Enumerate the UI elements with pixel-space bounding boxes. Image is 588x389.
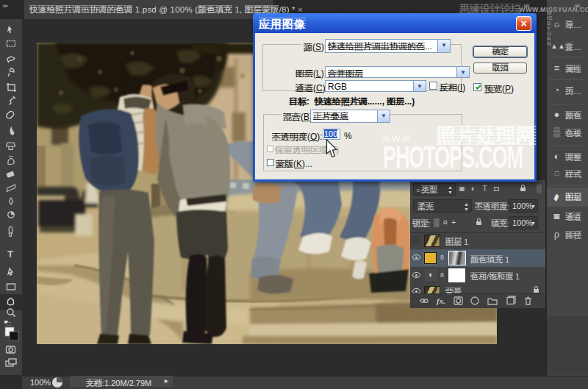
svg-text:fx.: fx. (437, 296, 445, 305)
svg-text:.: . (445, 299, 447, 306)
svg-text:T: T (7, 249, 13, 260)
